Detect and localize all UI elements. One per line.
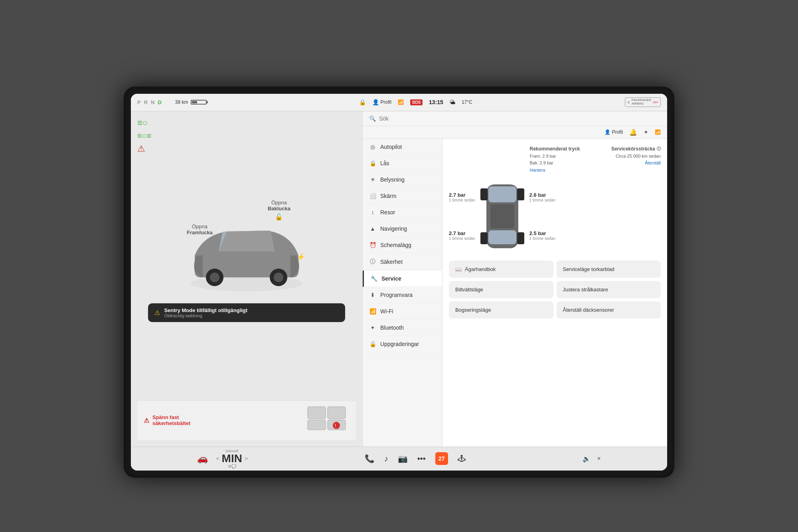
seatbelt-warning: ⚠ Spänn fast säkerhetsbältet [144,414,190,426]
menu-item-programvara[interactable]: ⬇ Programvara [363,287,442,303]
svg-rect-15 [490,204,514,228]
gear-value: MIN [222,453,242,464]
resor-icon: ↕ [369,209,376,216]
gear-n: N [151,99,155,105]
menu-item-autopilot[interactable]: ◎ Autopilot [363,139,442,155]
battery-km: 38 km [175,99,188,105]
games-icon[interactable]: 🕹 [458,454,466,463]
gear-p: P [137,99,142,105]
autopilot-icon: ◎ [369,144,376,150]
menu-item-navigering-label: Navigering [380,225,407,232]
gear-display: Manuell < MIN > ⚙💬 [216,449,248,469]
biltvattslage-label: Biltvättsläge [455,287,483,293]
sentry-warn-icon: ⚠ [154,309,160,316]
pressure-manage-link[interactable]: Hantera [529,168,545,172]
volume-icon[interactable]: 🔈 [583,455,591,463]
calendar-icon[interactable]: 27 [435,452,448,465]
screen-bezel: P R N D 38 km 🔒 👤 Profil 📶 SOS 13:15 [124,87,674,478]
menu-item-service-label: Service [381,275,401,282]
status-bar: P R N D 38 km 🔒 👤 Profil 📶 SOS 13:15 [131,94,667,111]
svg-rect-19 [517,232,524,244]
sentry-title: Sentry Mode tillfälligt otillgängligt [164,307,247,313]
gear-next-arrow[interactable]: > [245,455,248,462]
battery-fill [192,101,198,103]
left-panel: ≡○ ≡○≡ ⚠ ÖppnaBaklucka 🔓 ÖppnaFramlucka [131,111,362,447]
calendar-date: 27 [439,455,445,462]
taskbar-right: 🔈 ✕ [583,455,601,463]
battery-info: 38 km [175,99,207,105]
justera-stralkastare-button[interactable]: Justera strålkastare [557,281,661,298]
bluetooth-icon: ✦ [369,324,376,331]
service-buttons: 📖 Ägarhandbok Serviceläge torkarblad Bil… [449,261,661,318]
menu-item-schemalägg[interactable]: ⏰ Schemalägg [363,237,442,253]
search-input[interactable] [379,115,661,122]
profile-label: Profil [381,99,391,105]
schemalägg-icon: ⏰ [369,242,376,248]
music-icon[interactable]: ♪ [384,454,388,463]
menu-item-service[interactable]: 🔧 Service [363,271,442,287]
pressure-header: Rekommenderat tryck [529,145,580,153]
service-info: Circa 25 000 km sedan [583,153,661,160]
serviceläge-torkarblad-button[interactable]: Serviceläge torkarblad [557,261,661,278]
tire-rr: 2.5 bar 1 timme sedan [529,230,556,241]
svg-rect-18 [480,232,488,244]
profile-bar-item[interactable]: 👤 Profil [604,129,623,135]
profile-item[interactable]: 👤 Profil [372,99,391,105]
profile-bar-icon: 👤 [604,129,610,135]
menu-item-wifi-label: Wi-Fi [380,308,393,314]
menu-item-resor-label: Resor [380,209,395,216]
taskbar: 🚗 Manuell < MIN > ⚙💬 📞 ♪ 📷 •• [131,447,667,471]
menu-item-wifi[interactable]: 📶 Wi-Fi [363,303,442,320]
search-icon: 🔍 [369,115,376,122]
menu-item-belysning[interactable]: ☀ Belysning [363,172,442,188]
gear-prev-arrow[interactable]: < [216,455,219,462]
more-icon[interactable]: ••• [417,454,426,463]
tire-rl: 2.7 bar 1 timme sedan [449,230,475,241]
taskbar-center: 📞 ♪ 📷 ••• 27 🕹 [365,452,466,465]
back-door-label[interactable]: ÖppnaBaklucka [268,200,290,212]
agarhandbok-label: Ägarhandbok [465,266,496,272]
tire-rr-value: 2.5 bar [529,230,556,236]
car-top-view [478,178,526,254]
svg-rect-6 [308,407,326,419]
menu-item-bluetooth[interactable]: ✦ Bluetooth [363,320,442,336]
pressure-info: Rekommenderat tryck Fram: 2.9 bar Bak: 2… [529,145,580,174]
menu-item-autopilot-label: Autopilot [380,144,402,150]
agarhandbok-button[interactable]: 📖 Ägarhandbok [449,261,553,278]
biltvattslage-button[interactable]: Biltvättsläge [449,281,553,298]
menu-item-uppgraderingar-label: Uppgraderingar [380,341,419,347]
service-panel: Rekommenderat tryck Fram: 2.9 bar Bak: 2… [442,139,667,447]
front-door-label[interactable]: ÖppnaFramlucka [187,223,213,235]
sentry-subtitle: Otillräcklig laddning [164,313,247,318]
car-icon-taskbar: 🚗 [197,453,208,464]
service-reset-link[interactable]: Återställ [645,160,661,165]
main-content: ≡○ ≡○≡ ⚠ ÖppnaBaklucka 🔓 ÖppnaFramlucka [131,111,667,447]
temperature: 17°C [462,99,472,105]
menu-item-skarm[interactable]: ⬜ Skärm [363,188,442,204]
menu-item-resor[interactable]: ↕ Resor [363,204,442,221]
bogseringslage-button[interactable]: Bogseringsläge [449,301,553,318]
signal-bar-icon: 📶 [655,129,661,135]
menu-item-uppgraderingar[interactable]: 🔒 Uppgraderingar [363,336,442,352]
serviceläge-torkarblad-label: Serviceläge torkarblad [563,266,614,272]
svg-text:⚡: ⚡ [296,253,306,261]
tire-fr-time: 1 timme sedan [529,198,556,202]
menu-item-sakerhet[interactable]: ⓘ Säkerhet [363,253,442,271]
menu-item-las[interactable]: 🔒 Lås [363,155,442,172]
menu-item-belysning-label: Belysning [380,176,405,183]
wifi-status-icon: 📶 [398,99,404,105]
profile-bar-label: Profil [612,129,623,135]
camera-icon[interactable]: 📷 [398,454,408,463]
taskbar-left: 🚗 Manuell < MIN > ⚙💬 [197,449,248,469]
aterstall-dacksensorer-button[interactable]: Återställ däcksensorer [557,301,661,318]
phone-icon[interactable]: 📞 [365,454,375,463]
tire-rl-time: 1 timme sedan [449,236,475,241]
svg-rect-13 [488,186,516,202]
mute-indicator[interactable]: ✕ [597,456,601,461]
gear-r: R [144,99,148,105]
agarhandbok-icon: 📖 [455,266,462,272]
menu-item-navigering[interactable]: ▲ Navigering [363,221,442,237]
justera-stralkastare-label: Justera strålkastare [563,287,608,293]
bogseringslage-label: Bogseringsläge [455,307,491,313]
bluetooth-status-icon: ✦ [644,129,648,135]
